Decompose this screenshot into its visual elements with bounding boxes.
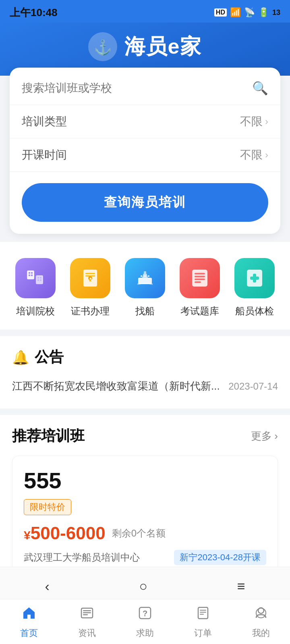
battery-percent: 13 xyxy=(272,8,280,17)
category-label-training: 培训院校 xyxy=(16,305,55,318)
wifi-icon: 📡 xyxy=(244,7,255,18)
search-input[interactable] xyxy=(22,82,252,95)
orders-icon xyxy=(196,606,210,624)
svg-rect-38 xyxy=(198,607,208,619)
notice-section: 🔔 公告 江西不断拓宽农民增收致富渠道（新时代新... 2023-07-14 xyxy=(0,336,290,409)
recommend-more-link[interactable]: 更多 › xyxy=(251,429,278,443)
svg-rect-24 xyxy=(192,270,207,287)
limited-badge: 限时特价 xyxy=(24,499,71,515)
price-yuan-symbol: ¥ xyxy=(24,528,31,542)
app-logo-icon: ⚓ xyxy=(88,32,117,61)
recommend-header: 推荐培训班 更多 › xyxy=(12,426,278,446)
course-card[interactable]: 555 限时特价 ¥500-6000 剩余0个名额 武汉理工大学船员培训中心 新… xyxy=(12,456,278,577)
medical-svg-icon xyxy=(244,267,265,289)
svg-rect-2 xyxy=(27,270,34,279)
svg-rect-7 xyxy=(36,275,43,284)
category-section: 培训院校 ★ 证书办理 找船 xyxy=(0,242,290,330)
home-icon xyxy=(22,606,36,624)
category-label-medical: 船员体检 xyxy=(235,305,274,318)
svg-point-21 xyxy=(141,275,142,277)
svg-point-22 xyxy=(144,275,146,277)
app-title: 海员e家 xyxy=(124,33,202,61)
start-time-label: 开课时间 xyxy=(22,147,67,163)
nav-item-mine[interactable]: 我的 xyxy=(239,606,283,639)
svg-rect-11 xyxy=(40,279,41,281)
price-numbers: 500-6000 xyxy=(31,523,106,543)
training-type-value: 不限 xyxy=(240,114,263,129)
category-item-training[interactable]: 培训院校 xyxy=(15,258,56,318)
mine-icon xyxy=(254,606,268,624)
nav-item-home[interactable]: 首页 xyxy=(7,606,51,639)
certificate-svg-icon: ★ xyxy=(79,267,101,289)
help-icon: ? xyxy=(138,606,152,624)
svg-rect-27 xyxy=(195,279,205,280)
nav-label-orders: 订单 xyxy=(194,627,212,639)
start-time-value-row: 不限 › xyxy=(240,147,268,163)
nav-item-news[interactable]: 资讯 xyxy=(65,606,109,639)
home-button[interactable]: ○ xyxy=(123,574,164,598)
svg-rect-35 xyxy=(83,614,88,615)
notice-item[interactable]: 江西不断拓宽农民增收致富渠道（新时代新... 2023-07-14 xyxy=(12,375,278,397)
svg-rect-13 xyxy=(85,273,95,274)
category-label-exam: 考试题库 xyxy=(180,305,219,318)
svg-rect-40 xyxy=(200,612,206,613)
svg-rect-3 xyxy=(29,272,30,274)
svg-rect-34 xyxy=(83,612,91,613)
start-time-value: 不限 xyxy=(240,147,263,163)
svg-rect-26 xyxy=(195,276,205,277)
svg-rect-31 xyxy=(250,277,259,280)
svg-rect-5 xyxy=(29,275,30,276)
svg-rect-39 xyxy=(200,610,206,611)
more-label: 更多 xyxy=(251,429,272,443)
course-quota: 剩余0个名额 xyxy=(112,527,166,540)
status-time: 上午10:48 xyxy=(10,6,58,20)
notice-speaker-icon: 🔔 xyxy=(12,349,29,365)
svg-rect-9 xyxy=(40,277,41,279)
category-label-certificate: 证书办理 xyxy=(71,305,110,318)
search-card: 🔍 培训类型 不限 › 开课时间 不限 › 查询海员培训 xyxy=(10,68,280,234)
svg-rect-6 xyxy=(31,275,33,276)
start-time-filter[interactable]: 开课时间 不限 › xyxy=(10,138,280,172)
chevron-right-icon-2: › xyxy=(265,149,268,161)
course-tag: 新宁2023-04-28开课 xyxy=(174,550,266,565)
ship-svg-icon xyxy=(134,267,156,289)
category-item-certificate[interactable]: ★ 证书办理 xyxy=(70,258,110,318)
category-item-exam[interactable]: 考试题库 xyxy=(180,258,220,318)
notice-title: 公告 xyxy=(35,347,64,367)
svg-rect-41 xyxy=(200,614,204,615)
search-icon: 🔍 xyxy=(252,80,268,96)
svg-rect-8 xyxy=(37,277,39,279)
svg-text:★: ★ xyxy=(89,277,92,281)
svg-rect-33 xyxy=(83,610,91,611)
notice-date: 2023-07-14 xyxy=(228,381,278,392)
category-icon-training xyxy=(15,258,56,298)
back-button[interactable]: ‹ xyxy=(29,574,65,598)
notice-title-row: 🔔 公告 xyxy=(12,347,278,367)
menu-button[interactable]: ≡ xyxy=(221,574,261,598)
svg-rect-28 xyxy=(195,281,201,283)
training-svg-icon xyxy=(25,267,46,289)
svg-text:⚓: ⚓ xyxy=(93,39,112,56)
category-item-medical[interactable]: 船员体检 xyxy=(234,258,275,318)
training-type-filter[interactable]: 培训类型 不限 › xyxy=(10,105,280,138)
nav-item-help[interactable]: ? 求助 xyxy=(123,606,167,639)
nav-label-home: 首页 xyxy=(20,627,38,639)
search-row[interactable]: 🔍 xyxy=(10,72,280,105)
more-chevron-icon: › xyxy=(274,430,278,442)
battery-icon: 🔋 xyxy=(258,7,269,18)
hd-icon: HD xyxy=(214,8,227,17)
svg-rect-4 xyxy=(31,272,33,274)
notice-text: 江西不断拓宽农民增收致富渠道（新时代新... xyxy=(12,379,220,393)
school-name: 武汉理工大学船员培训中心 xyxy=(24,551,174,564)
svg-point-23 xyxy=(148,275,149,277)
status-icons: HD 📶 📡 🔋 13 xyxy=(214,7,280,18)
recommend-section: 推荐培训班 更多 › 555 限时特价 ¥500-6000 剩余0个名额 武汉理… xyxy=(0,415,290,588)
nav-item-orders[interactable]: 订单 xyxy=(181,606,225,639)
svg-rect-25 xyxy=(195,273,205,275)
search-button[interactable]: 查询海员培训 xyxy=(22,183,268,222)
category-item-findship[interactable]: 找船 xyxy=(125,258,165,318)
svg-rect-20 xyxy=(144,271,146,274)
svg-rect-10 xyxy=(37,279,39,281)
course-price-range: ¥500-6000 xyxy=(24,523,106,543)
signal-icon: 📶 xyxy=(230,7,241,18)
